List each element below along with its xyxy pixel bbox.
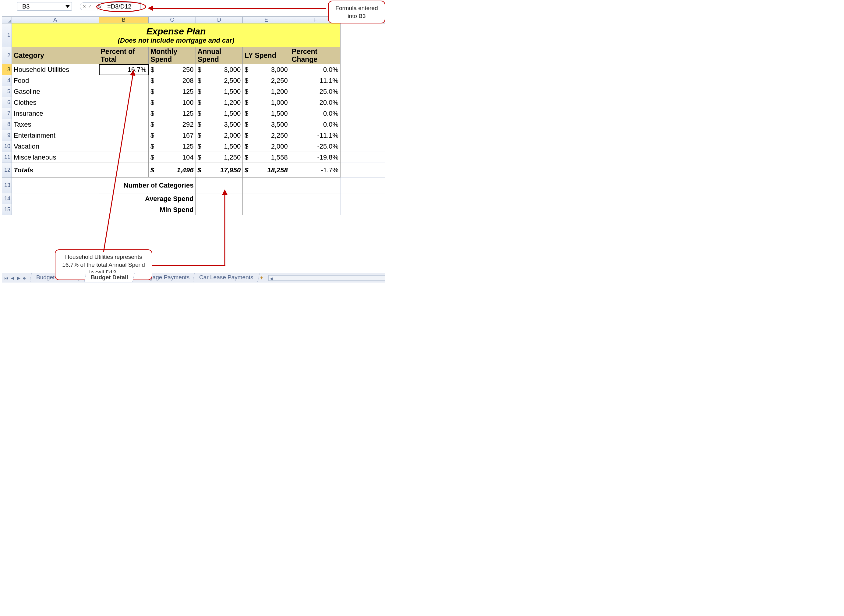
cell-monthly[interactable]: $104 [149, 152, 196, 163]
cell-change[interactable]: -19.8% [290, 152, 341, 163]
cell-title[interactable]: Expense Plan (Does not include mortgage … [12, 23, 341, 47]
cell-category[interactable]: Household Utilities [12, 64, 99, 75]
cell-pct[interactable] [99, 141, 149, 152]
cell-totals-label[interactable]: Totals [12, 163, 99, 177]
cell-G13[interactable] [341, 177, 385, 194]
row-header-3[interactable]: 3 [2, 64, 12, 75]
row-header-5[interactable]: 5 [2, 86, 12, 97]
cell-pct[interactable]: 16.7% [99, 64, 149, 75]
cell-monthly[interactable]: $292 [149, 119, 196, 130]
cell-annual[interactable]: $1,500 [196, 141, 243, 152]
cell-E15[interactable] [243, 204, 290, 215]
cell-monthly[interactable]: $125 [149, 141, 196, 152]
col-header-E[interactable]: E [243, 17, 290, 23]
cell-ly[interactable]: $3,000 [243, 64, 290, 75]
tab-last-icon[interactable]: ⏭ [22, 275, 28, 281]
cell-category[interactable]: Gasoline [12, 86, 99, 97]
cell-change[interactable]: -25.0% [290, 141, 341, 152]
sheet-tab[interactable]: Budget Detail [84, 273, 135, 282]
cell-ly[interactable]: $2,000 [243, 141, 290, 152]
cell-monthly[interactable]: $208 [149, 75, 196, 86]
cell-monthly[interactable]: $125 [149, 108, 196, 119]
cell-change[interactable]: 0.0% [290, 108, 341, 119]
row-header-11[interactable]: 11 [2, 152, 12, 163]
cell-F13[interactable] [290, 177, 341, 194]
cell-totals-change[interactable]: -1.7% [290, 163, 341, 177]
cell-category[interactable]: Taxes [12, 119, 99, 130]
cell-empty[interactable] [341, 130, 385, 141]
name-box-dropdown-icon[interactable] [66, 5, 70, 8]
cell-category[interactable]: Food [12, 75, 99, 86]
cell-category[interactable]: Insurance [12, 108, 99, 119]
cell-D14[interactable] [195, 194, 243, 204]
cell-min-spend-label[interactable]: Min Spend [99, 204, 196, 215]
cell-change[interactable]: 0.0% [290, 64, 341, 75]
cell-ly[interactable]: $3,500 [243, 119, 290, 130]
row-header-14[interactable]: 14 [2, 194, 12, 204]
cell-empty[interactable] [341, 119, 385, 130]
col-header-C[interactable]: C [149, 17, 196, 23]
cell-empty[interactable] [341, 108, 385, 119]
cell-totals-ly[interactable]: $18,258 [243, 163, 290, 177]
cell-monthly[interactable]: $125 [149, 86, 196, 97]
cell-monthly[interactable]: $250 [149, 64, 196, 75]
cell-annual[interactable]: $2,000 [196, 130, 243, 141]
tab-prev-icon[interactable]: ◀ [10, 275, 15, 281]
cell-monthly[interactable]: $100 [149, 97, 196, 108]
row-header-10[interactable]: 10 [2, 141, 12, 152]
row-header-6[interactable]: 6 [2, 97, 12, 108]
cell-category[interactable]: Entertainment [12, 130, 99, 141]
header-monthly[interactable]: Monthly Spend [149, 47, 196, 64]
cell-category[interactable]: Clothes [12, 97, 99, 108]
cell-empty[interactable] [341, 97, 385, 108]
header-change[interactable]: Percent Change [290, 47, 341, 64]
cell-empty[interactable] [341, 64, 385, 75]
cell-G14[interactable] [341, 194, 385, 204]
cell-category[interactable]: Vacation [12, 141, 99, 152]
row-header-4[interactable]: 4 [2, 75, 12, 86]
horizontal-scrollbar[interactable]: ◀ [268, 275, 385, 281]
cell-pct[interactable] [99, 75, 149, 86]
cell-annual[interactable]: $1,500 [196, 86, 243, 97]
row-header-2[interactable]: 2 [2, 47, 12, 64]
cell-ly[interactable]: $2,250 [243, 75, 290, 86]
cell-D15[interactable] [195, 204, 243, 215]
cell-D13[interactable] [195, 177, 243, 194]
row-header-7[interactable]: 7 [2, 108, 12, 119]
header-pct[interactable]: Percent of Total [99, 47, 149, 64]
header-ly[interactable]: LY Spend [243, 47, 290, 64]
cell-ly[interactable]: $1,500 [243, 108, 290, 119]
cell-F14[interactable] [290, 194, 341, 204]
col-header-B[interactable]: B [99, 17, 149, 23]
cell-empty[interactable] [341, 75, 385, 86]
cell-empty[interactable] [341, 86, 385, 97]
row-header-12[interactable]: 12 [2, 163, 12, 177]
row-header-1[interactable]: 1 [2, 23, 12, 47]
row-header-13[interactable]: 13 [2, 177, 12, 194]
cell-empty[interactable] [341, 141, 385, 152]
cell-A13[interactable] [12, 177, 99, 194]
cell-totals-annual[interactable]: $17,950 [196, 163, 243, 177]
cell-annual[interactable]: $3,000 [196, 64, 243, 75]
cell-category[interactable]: Miscellaneous [12, 152, 99, 163]
cell-pct[interactable] [99, 108, 149, 119]
cell-annual[interactable]: $1,250 [196, 152, 243, 163]
sheet-tab[interactable]: Car Lease Payments [192, 273, 260, 282]
cell-change[interactable]: 20.0% [290, 97, 341, 108]
cell-pct[interactable] [99, 86, 149, 97]
cell-change[interactable]: 25.0% [290, 86, 341, 97]
cell-ly[interactable]: $1,200 [243, 86, 290, 97]
cancel-formula-icon[interactable]: ✕ [82, 4, 86, 9]
cell-F15[interactable] [290, 204, 341, 215]
tab-next-icon[interactable]: ▶ [16, 275, 21, 281]
col-header-D[interactable]: D [196, 17, 243, 23]
cell-empty[interactable] [341, 152, 385, 163]
cell-ly[interactable]: $1,000 [243, 97, 290, 108]
enter-formula-icon[interactable]: ✓ [88, 4, 92, 9]
cell-monthly[interactable]: $167 [149, 130, 196, 141]
cell-B12[interactable] [99, 163, 149, 177]
name-box[interactable]: B3 [17, 2, 72, 11]
tab-first-icon[interactable]: ⏮ [4, 275, 9, 281]
cell-E14[interactable] [243, 194, 290, 204]
row-header-8[interactable]: 8 [2, 119, 12, 130]
